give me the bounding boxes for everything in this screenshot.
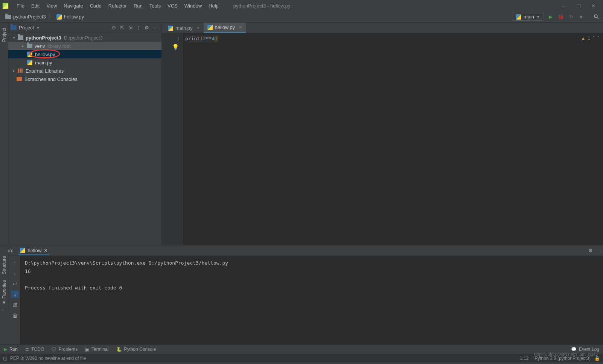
status-bar: ▢ PEP 8: W292 no newline at end of file … — [0, 354, 603, 362]
menu-tools[interactable]: Tools — [146, 2, 164, 10]
python-file-icon — [27, 60, 32, 65]
menu-run[interactable]: Run — [130, 2, 146, 10]
project-view-selector[interactable]: Project ▼ — [11, 25, 40, 30]
editor-tab-main[interactable]: main.py ✕ — [164, 23, 204, 33]
hide-panel-icon[interactable]: — — [151, 25, 159, 30]
tree-file-label: main.py — [35, 60, 52, 65]
settings-gear-icon[interactable]: ⚙ — [143, 25, 151, 30]
print-icon[interactable]: 🖶 — [11, 301, 19, 309]
hide-panel-icon[interactable]: — — [595, 248, 603, 253]
maximize-icon[interactable]: ▢ — [576, 3, 581, 9]
tree-external-libs[interactable]: ▸ External Libraries — [8, 67, 161, 75]
tool-tab-project[interactable]: Project — [1, 26, 8, 44]
close-tab-icon[interactable]: ✕ — [239, 25, 242, 30]
menu-navigate[interactable]: Navigate — [60, 2, 86, 10]
python-file-icon — [27, 52, 32, 57]
scroll-to-end-icon[interactable]: ⤓ — [11, 291, 19, 298]
stop-button[interactable]: ■ — [578, 14, 585, 20]
collapse-all-icon[interactable]: ⇲ — [126, 25, 134, 30]
close-icon[interactable]: ✕ — [591, 3, 595, 9]
menu-file[interactable]: File — [13, 2, 28, 10]
warning-count: 1 — [588, 36, 590, 41]
run-tab-label: hellow — [27, 248, 41, 253]
tree-venv-label: venv — [35, 43, 45, 49]
bottom-tab-problems[interactable]: ⓘ Problems — [52, 346, 78, 353]
breadcrumb-root-label: pythonProject3 — [13, 14, 46, 20]
tool-tab-structure[interactable]: Structure — [1, 254, 8, 277]
trash-icon[interactable]: 🗑 — [11, 312, 19, 319]
folder-icon — [18, 35, 23, 40]
bottom-tab-event-log[interactable]: 💬 Event Log — [571, 347, 599, 352]
inspection-widget[interactable]: ▲ 1 ˄ ˅ — [581, 36, 599, 41]
editor-tabs: main.py ✕ hellow.py ✕ — [162, 23, 603, 33]
caret-position[interactable]: 1:12 — [520, 356, 528, 361]
chevron-down-icon: ▼ — [536, 15, 540, 19]
settings-gear-icon[interactable]: ⚙ — [586, 248, 595, 253]
tree-root-label: pythonProject3 — [26, 35, 61, 41]
down-arrow-icon[interactable]: ↓ — [11, 270, 19, 277]
pycharm-logo-icon — [2, 3, 9, 9]
intention-bulb-icon[interactable]: 💡 — [162, 43, 180, 51]
run-tool-window: Run: hellow ✕ ⚙ — ▶ 🔧 ■ ▤ 📌 ↑ ↓ ↩ ⤓ 🖶 🗑 … — [0, 245, 603, 344]
code-content[interactable]: print(2**4) — [183, 33, 603, 245]
menu-view[interactable]: View — [43, 2, 60, 10]
run-toolbar-right: ↑ ↓ ↩ ⤓ 🖶 🗑 — [10, 256, 20, 344]
menu-code[interactable]: Code — [87, 2, 105, 10]
breadcrumb-file[interactable]: hellow.py — [56, 14, 84, 20]
show-options-icon[interactable]: ⋮ — [134, 25, 143, 30]
editor-tab-label: main.py — [175, 25, 193, 31]
expand-all-icon[interactable]: ⇱ — [118, 25, 126, 30]
expand-arrow-icon[interactable]: ▸ — [11, 69, 17, 73]
breadcrumb-root[interactable]: pythonProject3 — [5, 14, 46, 20]
tool-tab-favorites[interactable]: ★ Favorites — [1, 278, 8, 308]
bottom-tab-todo[interactable]: ≣ TODO — [25, 347, 44, 352]
bottom-tab-run[interactable]: ▶Run — [4, 347, 18, 352]
editor-tab-label: hellow.py — [215, 24, 235, 30]
tree-file-main[interactable]: main.py — [8, 58, 161, 67]
tree-scratch-label: Scratches and Consoles — [24, 76, 78, 82]
select-opened-file-icon[interactable]: ⊖ — [110, 25, 118, 30]
chevron-down-icon[interactable]: ˅ — [597, 36, 599, 41]
main-menu: File Edit View Navigate Code Refactor Ru… — [13, 2, 222, 10]
expand-arrow-icon[interactable]: ▾ — [11, 36, 17, 40]
console-output[interactable]: D:\pythonProject3\venv\Scripts\python.ex… — [20, 256, 603, 344]
watermark-text: https://blog.csdn.net/I_am_busy — [534, 352, 598, 357]
project-view-icon — [11, 25, 17, 30]
tree-root-path: D:\pythonProject3 — [64, 35, 103, 41]
status-icon[interactable]: ▢ — [3, 356, 7, 361]
title-bar: File Edit View Navigate Code Refactor Ru… — [0, 0, 603, 11]
debug-button[interactable]: 🐞 — [557, 14, 564, 20]
python-file-icon — [168, 26, 173, 31]
run-configuration-selector[interactable]: main ▼ — [512, 13, 544, 21]
chevron-up-icon[interactable]: ˄ — [592, 36, 595, 41]
tree-venv[interactable]: ▸ venv library root — [8, 42, 161, 50]
bottom-tab-terminal[interactable]: ▣ Terminal — [85, 347, 108, 352]
editor-tab-hellow[interactable]: hellow.py ✕ — [204, 23, 246, 33]
tree-scratches[interactable]: Scratches and Consoles — [8, 75, 161, 83]
menu-help[interactable]: Help — [205, 2, 222, 10]
soft-wrap-icon[interactable]: ↩ — [11, 280, 19, 288]
code-token-fn: print — [185, 36, 200, 41]
project-tree[interactable]: ▾ pythonProject3 D:\pythonProject3 ▸ ven… — [8, 33, 161, 83]
menu-edit[interactable]: Edit — [28, 2, 43, 10]
bottom-tab-python-console[interactable]: 🐍 Python Console — [116, 347, 156, 352]
menu-window[interactable]: Window — [181, 2, 205, 10]
run-button[interactable]: ▶ — [547, 14, 554, 20]
minimize-icon[interactable]: — — [561, 3, 566, 9]
close-tab-icon[interactable]: ✕ — [44, 248, 48, 253]
python-file-icon — [207, 25, 213, 30]
run-coverage-button[interactable]: ↻ — [568, 14, 574, 20]
search-everywhere-button[interactable] — [593, 14, 600, 20]
expand-arrow-icon[interactable]: ▸ — [20, 44, 26, 48]
tree-ext-lib-label: External Libraries — [26, 68, 64, 74]
left-tool-strip: Project — [0, 23, 8, 245]
window-title: pythonProject3 - hellow.py — [222, 3, 553, 9]
close-tab-icon[interactable]: ✕ — [196, 26, 200, 30]
run-tab-hellow[interactable]: hellow ✕ — [18, 246, 49, 255]
menu-refactor[interactable]: Refactor — [105, 2, 130, 10]
menu-vcs[interactable]: VCS — [164, 2, 181, 10]
code-editor[interactable]: 1 💡 print(2**4) ▲ 1 ˄ ˅ — [162, 33, 603, 245]
tree-file-hellow[interactable]: hellow.py — [8, 50, 161, 58]
tree-root[interactable]: ▾ pythonProject3 D:\pythonProject3 — [8, 34, 161, 42]
up-arrow-icon[interactable]: ↑ — [11, 259, 19, 267]
